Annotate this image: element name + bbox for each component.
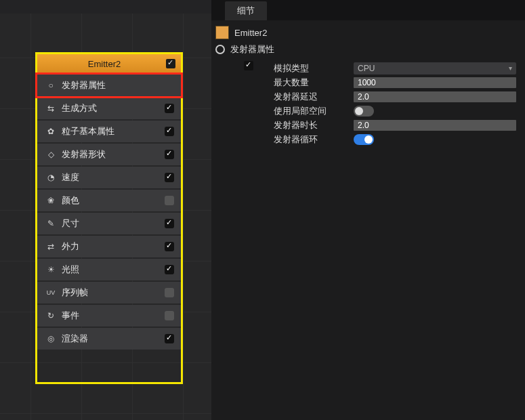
prop-sim-type: 模拟类型 CPU <box>274 61 525 75</box>
module-icon: ✎ <box>45 218 56 229</box>
module-label: 速度 <box>62 171 159 184</box>
module-label: 渲染器 <box>62 333 159 345</box>
module-row[interactable]: ◇发射器形状 <box>37 144 181 165</box>
emitter-title: Emitter2 <box>43 59 166 69</box>
module-row[interactable]: ◔速度 <box>37 167 181 188</box>
module-label: 外力 <box>62 240 159 253</box>
module-label: 颜色 <box>62 194 159 207</box>
tab-details[interactable]: 细节 <box>225 1 267 20</box>
module-checkbox[interactable] <box>165 219 174 228</box>
module-checkbox[interactable] <box>165 334 174 343</box>
section-title: 发射器属性 <box>230 43 274 56</box>
object-name: Emitter2 <box>234 28 267 38</box>
module-label: 光照 <box>62 264 159 276</box>
section-header[interactable]: 发射器属性 <box>211 41 525 61</box>
module-icon: ☀ <box>45 264 56 275</box>
module-row[interactable]: ◎渲染器 <box>37 328 181 350</box>
module-label: 事件 <box>62 310 159 322</box>
module-icon: UV <box>45 287 56 298</box>
module-icon: ◇ <box>45 149 56 160</box>
circle-icon <box>215 45 225 54</box>
object-row: Emitter2 <box>211 20 525 41</box>
module-icon: ↻ <box>45 310 56 321</box>
prop-max-count: 最大数量 1000 <box>274 75 525 89</box>
module-row[interactable]: ↻事件 <box>37 305 181 327</box>
prop-emitter-delay: 发射器延迟 2.0 <box>274 89 525 104</box>
module-icon: ○ <box>45 80 56 91</box>
module-icon: ⇄ <box>45 241 56 252</box>
module-label: 粒子基本属性 <box>62 125 159 138</box>
module-icon: ✿ <box>45 126 56 137</box>
tab-bar: 细节 <box>211 0 525 20</box>
module-checkbox[interactable] <box>165 127 174 136</box>
module-checkbox[interactable] <box>165 196 174 205</box>
module-row[interactable]: UV序列帧 <box>37 282 181 303</box>
module-checkbox[interactable] <box>165 311 174 320</box>
module-label: 生成方式 <box>62 102 159 114</box>
module-row[interactable]: ❀颜色 <box>37 190 181 211</box>
left-pane: Emitter2 ○发射器属性⇆生成方式✿粒子基本属性◇发射器形状◔速度❀颜色✎… <box>0 0 211 420</box>
object-swatch-icon <box>215 26 229 39</box>
module-row[interactable]: ⇄外力 <box>37 236 181 257</box>
module-stack: Emitter2 ○发射器属性⇆生成方式✿粒子基本属性◇发射器形状◔速度❀颜色✎… <box>37 54 181 382</box>
module-label: 尺寸 <box>62 217 159 230</box>
module-label: 序列帧 <box>62 287 159 299</box>
module-checkbox[interactable] <box>165 265 174 274</box>
details-pane: 细节 Emitter2 发射器属性 模拟类型 CPU 最大数量 1000 发射器… <box>211 0 525 420</box>
emitter-delay-field[interactable]: 2.0 <box>354 91 516 102</box>
prop-local-space: 使用局部空间 <box>274 104 525 118</box>
emitter-header[interactable]: Emitter2 <box>37 54 181 73</box>
prop-emitter-duration: 发射器时长 2.0 <box>274 118 525 132</box>
sim-type-dropdown[interactable]: CPU <box>354 62 516 75</box>
module-row[interactable]: ⇆生成方式 <box>37 98 181 119</box>
module-row[interactable]: ○发射器属性 <box>37 75 181 96</box>
max-count-field[interactable]: 1000 <box>354 77 516 88</box>
section-enable-checkbox[interactable] <box>244 61 253 70</box>
module-icon: ⇆ <box>45 103 56 114</box>
module-icon: ◎ <box>45 333 56 344</box>
module-label: 发射器属性 <box>62 79 174 91</box>
module-icon: ◔ <box>45 172 56 183</box>
module-checkbox[interactable] <box>165 288 174 297</box>
module-checkbox[interactable] <box>165 104 174 113</box>
module-row[interactable]: ✿粒子基本属性 <box>37 121 181 142</box>
module-checkbox[interactable] <box>165 173 174 182</box>
module-icon: ❀ <box>45 195 56 206</box>
module-label: 发射器形状 <box>62 148 159 161</box>
module-checkbox[interactable] <box>165 150 174 159</box>
local-space-toggle[interactable] <box>354 106 374 117</box>
module-row[interactable]: ✎尺寸 <box>37 213 181 234</box>
module-checkbox[interactable] <box>165 242 174 251</box>
emitter-enable-checkbox[interactable] <box>166 59 175 68</box>
prop-emitter-loop: 发射器循环 <box>274 132 525 146</box>
module-row[interactable]: ☀光照 <box>37 259 181 280</box>
emitter-duration-field[interactable]: 2.0 <box>354 120 516 131</box>
emitter-loop-toggle[interactable] <box>354 134 374 145</box>
